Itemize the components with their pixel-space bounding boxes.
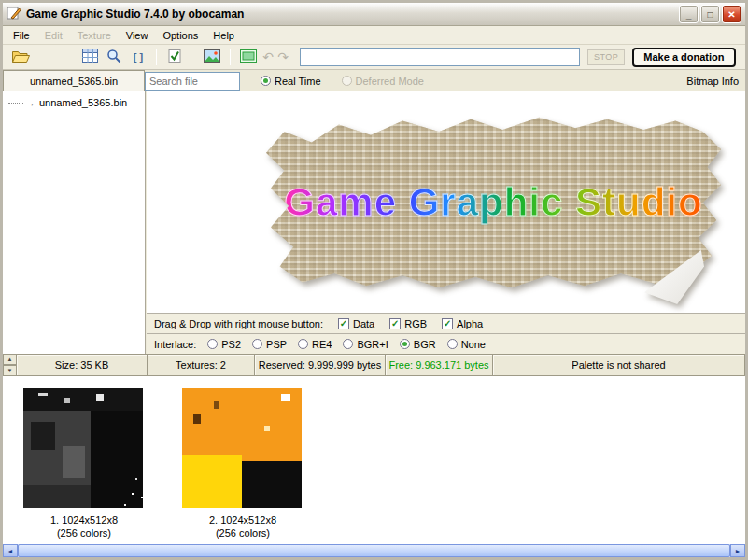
- rgb-checkbox[interactable]: ✓ RGB: [389, 318, 427, 329]
- radio-icon: [447, 339, 458, 349]
- tree-item[interactable]: → unnamed_5365.bin: [3, 91, 145, 108]
- logo: Game Graphic Studio: [266, 114, 721, 291]
- toolbar-separator: [230, 49, 231, 65]
- interlace-label: Interlace:: [154, 339, 196, 350]
- menu-texture: Texture: [70, 27, 119, 44]
- interlace-re4-radio[interactable]: RE4: [298, 339, 332, 350]
- dragdrop-label: Drag & Drop with right mouse button:: [154, 318, 323, 329]
- menu-options[interactable]: Options: [155, 27, 205, 44]
- status-bar: ▲ ▼ Size: 35 KB Textures: 2 Reserved: 9.…: [3, 354, 745, 376]
- stop-button: STOP: [587, 49, 625, 65]
- row-spinner: ▲ ▼: [3, 354, 17, 376]
- thumbnail-caption-line2: (256 colors): [23, 526, 145, 539]
- texture-thumbnail-1[interactable]: 1. 1024x512x8 (256 colors): [23, 388, 145, 539]
- close-button[interactable]: ✕: [722, 5, 741, 23]
- file-tab[interactable]: unnamed_5365.bin: [3, 70, 145, 91]
- radio-icon: [261, 76, 271, 86]
- realtime-radio-label: Real Time: [275, 76, 321, 87]
- interlace-bgri-radio[interactable]: BGR+I: [343, 339, 388, 350]
- dragdrop-row: Drag & Drop with right mouse button: ✓ D…: [147, 313, 745, 333]
- interlace-bgr-radio[interactable]: BGR: [400, 339, 436, 350]
- menu-bar: File Edit Texture View Options Help: [3, 26, 745, 45]
- interlace-ps2-radio[interactable]: PS2: [207, 339, 241, 350]
- art-shape: [264, 426, 270, 431]
- scrollbar-track[interactable]: [18, 544, 730, 557]
- file-tree-panel: → unnamed_5365.bin: [3, 91, 146, 354]
- texture-preview-2[interactable]: [182, 388, 302, 508]
- interlace-none-radio[interactable]: None: [447, 339, 486, 350]
- thumbnail-caption-line1: 2. 1024x512x8: [182, 513, 303, 526]
- grid-view-button[interactable]: [78, 47, 102, 67]
- art-shape: [242, 461, 302, 508]
- thumbnail-caption-line1: 1. 1024x512x8: [23, 513, 145, 526]
- donate-button[interactable]: Make a donation: [632, 48, 735, 67]
- art-shape: [31, 422, 55, 450]
- grid-icon: [82, 49, 98, 65]
- art-shape: [281, 394, 290, 401]
- radio-icon: [298, 339, 308, 349]
- toolbar: [ ] ↶ ↷ STOP Make a donation: [3, 45, 745, 70]
- interlace-row: Interlace: PS2 PSP RE4 BGR+I BGR: [147, 333, 745, 354]
- tree-branch-line: [8, 103, 23, 104]
- art-shape: [23, 485, 91, 508]
- magnifier-icon: [106, 49, 121, 66]
- apply-check-button[interactable]: [162, 47, 187, 67]
- logo-text: Game Graphic Studio: [284, 180, 702, 225]
- data-checkbox-label: Data: [353, 318, 374, 329]
- brackets-button[interactable]: [ ]: [126, 47, 150, 67]
- deferred-radio-label: Deferred Mode: [356, 76, 424, 87]
- thumbnail-caption-line2: (256 colors): [182, 526, 303, 539]
- image-view-button[interactable]: [200, 47, 224, 67]
- undo-icon: ↶: [261, 49, 275, 64]
- art-shape: [132, 493, 134, 495]
- maximize-button[interactable]: □: [700, 5, 720, 23]
- thumbnail-caption: 2. 1024x512x8 (256 colors): [182, 513, 303, 539]
- status-reserved: Reserved: 9.999.999 bytes: [255, 354, 386, 376]
- radio-icon: [343, 339, 353, 349]
- art-shape: [63, 446, 85, 478]
- texture-preview-1[interactable]: [23, 388, 143, 508]
- checkbox-icon: ✓: [338, 318, 349, 329]
- art-shape: [64, 398, 70, 403]
- scroll-right-button[interactable]: ►: [730, 544, 745, 557]
- bitmap-info-label: Bitmap Info: [686, 76, 745, 87]
- art-shape: [96, 394, 104, 401]
- minimize-button[interactable]: _: [679, 5, 699, 23]
- spin-up-button[interactable]: ▲: [3, 354, 17, 365]
- toolbar-input[interactable]: [300, 48, 580, 66]
- menu-file[interactable]: File: [6, 27, 37, 44]
- texture-thumbnail-2[interactable]: 2. 1024x512x8 (256 colors): [182, 388, 303, 539]
- realtime-radio[interactable]: Real Time: [261, 76, 321, 87]
- open-file-button[interactable]: [8, 47, 33, 67]
- zoom-button[interactable]: [102, 47, 126, 67]
- interlace-ps2-label: PS2: [221, 339, 241, 350]
- art-shape: [38, 393, 48, 396]
- checkbox-icon: ✓: [389, 318, 401, 329]
- interlace-psp-radio[interactable]: PSP: [252, 339, 287, 350]
- menu-help[interactable]: Help: [205, 27, 242, 44]
- bitmap-panel: Game Graphic Studio Drag & Drop with rig…: [147, 91, 745, 354]
- search-file-input[interactable]: [145, 72, 240, 91]
- thumbnails-panel: 1. 1024x512x8 (256 colors) 2. 1024x512x8…: [3, 376, 745, 545]
- thumbnail-caption: 1. 1024x512x8 (256 colors): [23, 513, 145, 539]
- open-folder-icon: [12, 49, 30, 65]
- tree-item-arrow-icon: →: [25, 97, 35, 108]
- scrollbar-thumb[interactable]: [18, 544, 730, 557]
- app-icon: [7, 6, 21, 22]
- scroll-left-button[interactable]: ◄: [3, 544, 18, 557]
- horizontal-scrollbar[interactable]: ◄ ►: [3, 544, 745, 557]
- texture-icon: [240, 49, 257, 65]
- menu-edit: Edit: [37, 27, 70, 44]
- logo-area: Game Graphic Studio: [147, 91, 745, 313]
- data-checkbox[interactable]: ✓ Data: [338, 318, 374, 329]
- interlace-bgri-label: BGR+I: [357, 339, 388, 350]
- spin-down-button[interactable]: ▼: [3, 365, 17, 376]
- redo-icon: ↷: [275, 49, 290, 64]
- alpha-checkbox[interactable]: ✓ Alpha: [442, 318, 483, 329]
- logo-torn-paper: Game Graphic Studio: [266, 114, 721, 291]
- app-window: Game Graphic Studio 7.4.0 by obocaman _ …: [0, 0, 748, 560]
- menu-view[interactable]: View: [119, 27, 156, 44]
- radio-icon: [342, 76, 352, 86]
- art-shape: [193, 414, 201, 424]
- texture-view-button[interactable]: [236, 47, 261, 67]
